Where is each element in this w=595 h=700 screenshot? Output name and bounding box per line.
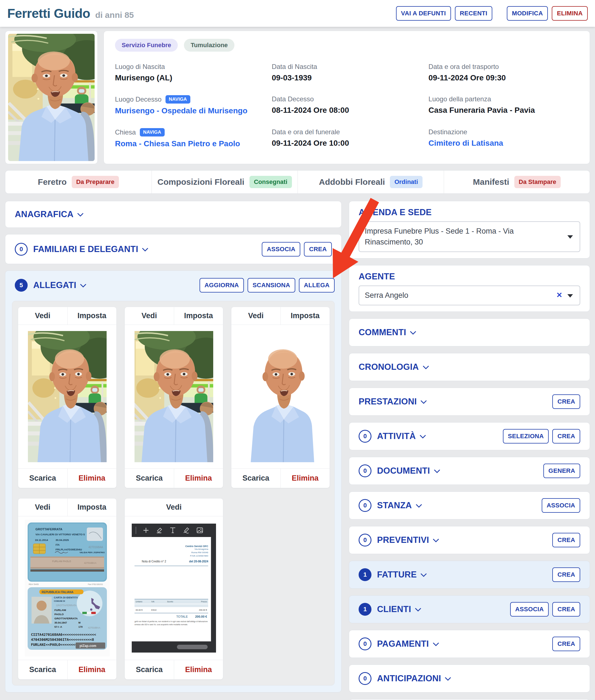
familiari-associa-button[interactable]: ASSOCIA [262, 242, 300, 256]
scarica-button[interactable]: Scarica [18, 469, 67, 488]
count-badge: 1 [359, 568, 371, 581]
pdf-scroll-pill[interactable] [177, 645, 208, 649]
vedi-button[interactable]: Vedi [18, 499, 67, 516]
imposta-button[interactable]: Imposta [174, 307, 223, 325]
field-value: 08-11-2024 Ore 08:00 [272, 106, 422, 115]
status-composizioni: Composizioni Floreali Consegnati [151, 171, 298, 193]
imposta-button[interactable]: Imposta [281, 307, 330, 325]
section-head[interactable]: 5 ALLEGATI [15, 279, 86, 292]
attachment-thumbnail[interactable]: Centro Servizi OFC Via Amagnina Roma RM … [125, 516, 223, 660]
scarica-button[interactable]: Scarica [231, 469, 281, 488]
attachment-thumbnail[interactable] [18, 325, 116, 468]
attachment-thumbnail[interactable] [231, 325, 330, 468]
allegati-scansiona-button[interactable]: SCANSIONA [248, 278, 295, 292]
attivita-crea-button[interactable]: CREA [552, 429, 580, 444]
azienda-select[interactable]: Impresa Funebre Plus - Sede 1 - Roma - V… [359, 221, 580, 252]
clienti-associa-button[interactable]: ASSOCIA [510, 602, 549, 617]
vai-a-defunti-button[interactable]: VAI A DEFUNTI [396, 6, 451, 21]
naviga-badge[interactable]: NAVIGA [140, 128, 165, 137]
vedi-button[interactable]: Vedi [231, 307, 281, 325]
preventivi-crea-button[interactable]: CREA [552, 533, 580, 547]
highlighter-icon[interactable] [156, 527, 163, 534]
fatture-crea-button[interactable]: CREA [552, 567, 580, 582]
section-title: ANTICIPAZIONI [377, 673, 441, 683]
agente-select-value: Serra Angelo [365, 290, 408, 301]
clear-icon[interactable]: ✕ [556, 290, 562, 301]
luogo-decesso-link[interactable]: Murisengo - Ospedale di Murisengo [115, 106, 265, 115]
attachment-card-idcard: Vedi Imposta GROTTAFERRATA VIA CAVALIERI… [18, 498, 117, 680]
scarica-button[interactable]: Scarica [125, 469, 174, 488]
elimina-button[interactable]: Elimina [281, 469, 330, 488]
attivita-seleziona-button[interactable]: SELEZIONA [503, 429, 549, 444]
servizio-funebre-tag: Servizio Funebre [115, 39, 178, 52]
scarica-button[interactable]: Scarica [18, 660, 67, 679]
button-group: AGGIORNA SCANSIONA ALLEGA [200, 278, 335, 292]
section-head[interactable]: PRESTAZIONI [359, 397, 427, 407]
svg-text:PAOLO: PAOLO [54, 613, 64, 616]
scarica-button[interactable]: Scarica [125, 660, 174, 679]
section-pagamenti: 0 PAGAMENTI CREA [349, 630, 590, 658]
chevron-down-icon [423, 366, 429, 369]
imposta-button[interactable]: Imposta [67, 499, 117, 516]
pdf-col-header: Prezzo [187, 600, 207, 603]
section-anagrafica[interactable]: ANAGRAFICA [5, 201, 342, 228]
recenti-button[interactable]: RECENTI [455, 6, 492, 21]
field-label: Data Decesso [272, 95, 314, 103]
section-head[interactable]: 0 DOCUMENTI [359, 465, 440, 477]
section-head[interactable]: 0 PAGAMENTI [359, 638, 439, 650]
add-icon[interactable] [143, 527, 149, 533]
chevron-down-icon [410, 331, 416, 335]
pagamenti-crea-button[interactable]: CREA [552, 637, 580, 651]
elimina-button[interactable]: Elimina [67, 469, 117, 488]
elimina-button[interactable]: Elimina [174, 660, 223, 679]
section-head[interactable]: 1 FATTURE [359, 568, 427, 581]
pdf-address-line: Roma RM 00046 [135, 551, 208, 554]
image-icon[interactable] [196, 527, 203, 533]
field-partenza: Luogo della partenza Casa Funeraria Pavi… [428, 95, 578, 115]
chiesa-link[interactable]: Roma - Chiesa San Pietro e Paolo [115, 139, 265, 148]
section-head[interactable]: 0 STANZA [359, 499, 422, 512]
pen-icon[interactable] [182, 527, 190, 534]
field-luogo-nascita: Luogo di Nascita Murisengo (AL) [115, 63, 265, 82]
caret-down-icon [567, 235, 573, 239]
count-badge: 0 [15, 243, 28, 256]
modifica-button[interactable]: MODIFICA [507, 6, 548, 21]
chevron-down-icon [434, 470, 440, 473]
allegati-aggiorna-button[interactable]: AGGIORNA [200, 278, 244, 292]
section-head[interactable]: 0 ANTICIPAZIONI [359, 672, 451, 685]
prestazioni-crea-button[interactable]: CREA [552, 394, 580, 409]
pdf-total-value: 200.00 € [195, 615, 207, 618]
allegati-allega-button[interactable]: ALLEGA [299, 278, 335, 292]
familiari-crea-button[interactable]: CREA [304, 242, 332, 256]
naviga-badge[interactable]: NAVIGA [166, 95, 190, 104]
attachment-thumbnail[interactable]: GROTTAFERRATA VIA CAVALIERI DI VITTORIO … [18, 516, 116, 660]
field-trasporto: Data e ora del trasporto 09-11-2024 Ore … [428, 63, 578, 82]
svg-text:M: M [78, 621, 81, 624]
elimina-button[interactable]: Elimina [67, 660, 117, 679]
text-icon[interactable] [170, 527, 176, 534]
stanza-associa-button[interactable]: ASSOCIA [542, 498, 580, 513]
attachment-thumbnail[interactable] [125, 325, 223, 468]
azienda-select-value: Impresa Funebre Plus - Sede 1 - Roma - V… [365, 226, 560, 248]
imposta-button[interactable]: Imposta [67, 307, 117, 325]
section-head[interactable]: 0 PREVENTIVI [359, 534, 439, 547]
elimina-button[interactable]: ELIMINA [552, 6, 588, 21]
destinazione-link[interactable]: Cimitero di Latisana [428, 139, 578, 148]
chevron-down-icon [433, 539, 439, 542]
vedi-button[interactable]: Vedi [125, 307, 174, 325]
elimina-button[interactable]: Elimina [174, 469, 223, 488]
clienti-crea-button[interactable]: CREA [552, 602, 580, 617]
section-head[interactable]: 1 CLIENTI [359, 603, 421, 616]
section-head[interactable]: CRONOLOGIA [359, 362, 429, 372]
agente-select[interactable]: Serra Angelo ✕ [359, 285, 580, 305]
documenti-genera-button[interactable]: GENERA [543, 464, 580, 478]
section-title: ALLEGATI [33, 280, 76, 290]
section-head[interactable]: COMMENTI [359, 327, 416, 337]
svg-text:170: 170 [78, 625, 83, 628]
section-head[interactable]: 0 FAMILIARI E DELEGANTI [15, 243, 148, 256]
vedi-button[interactable]: Vedi [125, 499, 223, 516]
section-head[interactable]: 0 ATTIVITÀ [359, 430, 426, 443]
pdf-doc-title: Nota di Credito n° 2 [142, 560, 166, 563]
vedi-button[interactable]: Vedi [18, 307, 67, 325]
field-label: Luogo di Nascita [115, 63, 165, 71]
